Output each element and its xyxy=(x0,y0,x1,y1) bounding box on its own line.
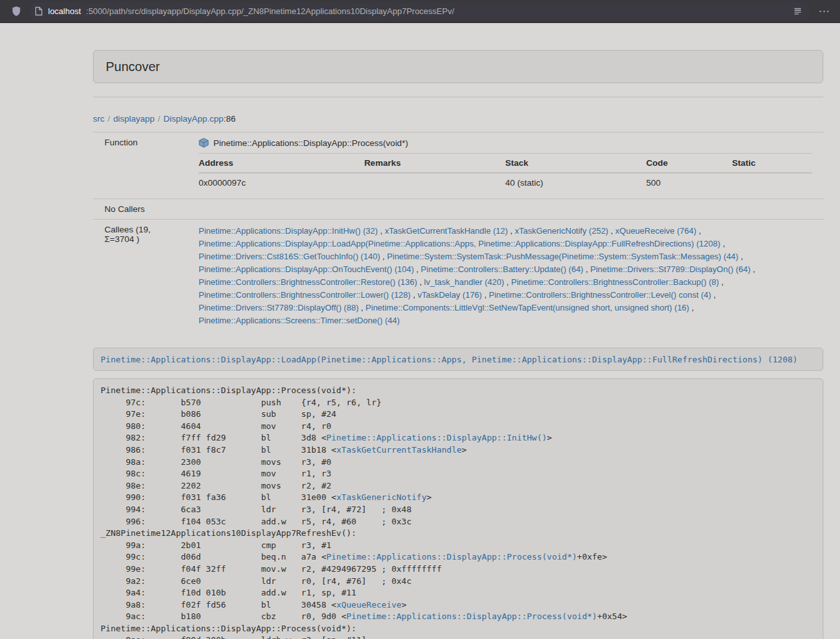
callee-link[interactable]: Pinetime::Applications::DisplayApp::Init… xyxy=(199,226,378,236)
callee-separator: , xyxy=(508,226,515,236)
breadcrumb: src/displayapp/DisplayApp.cpp:86 xyxy=(93,114,823,124)
breadcrumb-separator: / xyxy=(154,114,163,124)
stats-value-address: 0x0000097c xyxy=(199,173,364,193)
callee-separator: , xyxy=(719,277,723,287)
callee-separator: , xyxy=(378,226,385,236)
divider xyxy=(93,97,823,97)
page-content: Puncover src/displayapp/DisplayApp.cpp:8… xyxy=(93,50,823,639)
stats-value-static xyxy=(732,173,812,193)
stats-value-stack: 40 (static) xyxy=(505,173,646,193)
stats-row: 0x0000097c 40 (static) 500 xyxy=(199,173,812,193)
code-symbol-link[interactable]: Pinetime::Applications::DisplayApp::Proc… xyxy=(347,611,597,621)
function-table: Function Pinetime::Applications::Display… xyxy=(93,132,823,332)
stats-value-code: 500 xyxy=(646,173,732,193)
reader-view-icon[interactable] xyxy=(789,3,806,20)
breadcrumb-line-number: :86 xyxy=(224,114,236,124)
callee-link[interactable]: vTaskDelay (176) xyxy=(418,290,482,300)
stats-table: Address Remarks Stack Code Static 0x0000… xyxy=(199,153,812,193)
code-symbol-link[interactable]: Pinetime::Applications::DisplayApp::Proc… xyxy=(326,552,577,562)
page-icon xyxy=(35,6,43,16)
code-symbol-link[interactable]: xTaskGenericNotify xyxy=(336,492,427,502)
callee-link[interactable]: xQueueReceive (764) xyxy=(615,226,696,236)
callee-separator: , xyxy=(583,264,590,274)
callee-link[interactable]: Pinetime::Drivers::St7789::DisplayOn() (… xyxy=(590,264,750,274)
page-title-panel: Puncover xyxy=(93,50,823,83)
callee-link[interactable]: xTaskGenericNotify (252) xyxy=(515,226,609,236)
breadcrumb-link[interactable]: displayapp xyxy=(113,114,155,124)
callee-link[interactable]: Pinetime::Drivers::Cst816S::GetTouchInfo… xyxy=(199,252,380,261)
callee-link[interactable]: Pinetime::System::SystemTask::PushMessag… xyxy=(387,252,738,261)
callee-separator: , xyxy=(411,290,418,300)
callees-list: Pinetime::Applications::DisplayApp::Init… xyxy=(187,220,823,333)
page-title: Puncover xyxy=(106,60,811,74)
breadcrumb-link[interactable]: src xyxy=(93,114,104,124)
no-callers-label: No Callers xyxy=(93,199,187,220)
callee-separator: , xyxy=(504,277,511,287)
stats-header-address: Address xyxy=(199,154,364,174)
callee-separator: , xyxy=(689,303,694,312)
function-row-label: Function xyxy=(93,133,187,199)
callee-separator: , xyxy=(608,226,615,236)
url-path: :5000/path/src/displayapp/DisplayApp.cpp… xyxy=(86,6,784,16)
no-callers-row: No Callers xyxy=(93,199,823,220)
callee-separator: , xyxy=(738,252,743,261)
callees-label: Callees (19, Σ=3704 ) xyxy=(93,220,187,333)
callee-separator: , xyxy=(380,252,387,261)
callee-link[interactable]: Pinetime::Applications::Screens::Timer::… xyxy=(199,316,400,325)
stats-header-remarks: Remarks xyxy=(364,154,505,174)
highlighted-symbol-link[interactable]: Pinetime::Applications::DisplayApp::Load… xyxy=(101,355,798,364)
callee-link[interactable]: Pinetime::Components::LittleVgl::SetNewT… xyxy=(366,303,689,312)
callee-separator: , xyxy=(417,277,424,287)
callees-row: Callees (19, Σ=3704 ) Pinetime::Applicat… xyxy=(93,220,823,333)
callee-separator: , xyxy=(750,264,755,274)
callee-separator: , xyxy=(711,290,716,300)
callee-separator: , xyxy=(414,264,421,274)
page-actions-menu-icon[interactable]: ⋯ xyxy=(816,3,832,20)
callee-link[interactable]: Pinetime::Drivers::St7789::DisplayOff() … xyxy=(199,303,359,312)
callee-link[interactable]: xTaskGetCurrentTaskHandle (12) xyxy=(384,226,507,236)
browser-toolbar: localhost:5000/path/src/displayapp/Displ… xyxy=(0,0,840,23)
function-icon xyxy=(199,138,209,148)
url-bar[interactable]: localhost:5000/path/src/displayapp/Displ… xyxy=(31,3,810,20)
callee-separator: , xyxy=(482,290,489,300)
disassembly-panel: Pinetime::Applications::DisplayApp::Proc… xyxy=(93,378,823,639)
callee-separator: , xyxy=(696,226,701,236)
callee-link[interactable]: Pinetime::Controllers::BrightnessControl… xyxy=(489,290,711,300)
callee-link[interactable]: Pinetime::Controllers::BrightnessControl… xyxy=(199,290,411,300)
callee-link[interactable]: Pinetime::Controllers::Battery::Update()… xyxy=(421,264,584,274)
callee-link[interactable]: Pinetime::Applications::DisplayApp::OnTo… xyxy=(199,264,414,274)
callee-link[interactable]: Pinetime::Applications::DisplayApp::Load… xyxy=(199,239,720,248)
callee-link[interactable]: Pinetime::Controllers::BrightnessControl… xyxy=(511,277,719,287)
code-symbol-link[interactable]: xTaskGetCurrentTaskHandle xyxy=(336,445,462,455)
stats-header-code: Code xyxy=(646,154,732,174)
disassembly-code: Pinetime::Applications::DisplayApp::Proc… xyxy=(101,385,816,639)
callee-link[interactable]: lv_task_handler (420) xyxy=(424,277,504,287)
code-symbol-link[interactable]: xQueueReceive xyxy=(336,600,402,610)
code-symbol-link[interactable]: Pinetime::Applications::DisplayApp::Init… xyxy=(326,433,547,442)
callee-separator: , xyxy=(359,303,366,312)
highlighted-symbol-panel: Pinetime::Applications::DisplayApp::Load… xyxy=(93,348,823,371)
stats-value-remarks xyxy=(364,173,505,193)
callee-separator: , xyxy=(720,239,725,248)
callee-link[interactable]: Pinetime::Controllers::BrightnessControl… xyxy=(199,277,417,287)
stats-header-static: Static xyxy=(732,154,812,174)
breadcrumb-link[interactable]: DisplayApp.cpp xyxy=(163,114,224,124)
url-host: localhost xyxy=(48,6,81,16)
tracking-protection-shield-icon[interactable] xyxy=(8,6,25,17)
breadcrumb-separator: / xyxy=(104,114,113,124)
stats-header-stack: Stack xyxy=(505,154,646,174)
function-row: Function Pinetime::Applications::Display… xyxy=(93,133,823,199)
function-name: Pinetime::Applications::DisplayApp::Proc… xyxy=(213,138,408,148)
